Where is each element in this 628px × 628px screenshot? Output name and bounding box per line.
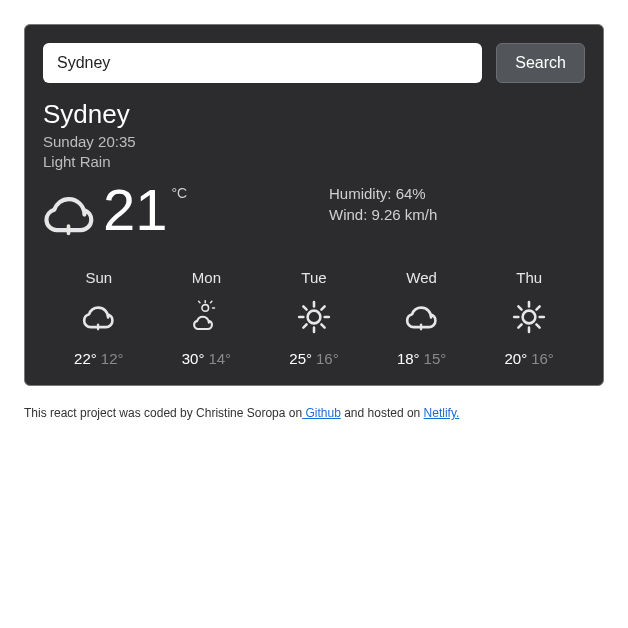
forecast-row: Sun 22°12° Mon 30°14° Tue 25°16° Wed 18°… bbox=[43, 269, 585, 367]
partly-sunny-icon bbox=[153, 300, 261, 334]
humidity-label: Humidity: 64% bbox=[329, 183, 585, 204]
temp-low: 16° bbox=[531, 350, 554, 367]
day-label: Thu bbox=[475, 269, 583, 286]
city-name: Sydney bbox=[43, 99, 585, 130]
search-button[interactable]: Search bbox=[496, 43, 585, 83]
current-datetime: Sunday 20:35 bbox=[43, 132, 585, 152]
footer-text: and hosted on bbox=[341, 406, 424, 420]
day-label: Wed bbox=[368, 269, 476, 286]
temp-high: 30° bbox=[182, 350, 205, 367]
search-row: Search bbox=[43, 43, 585, 83]
temp-high: 18° bbox=[397, 350, 420, 367]
day-label: Mon bbox=[153, 269, 261, 286]
temp-high: 20° bbox=[504, 350, 527, 367]
sun-icon bbox=[260, 300, 368, 334]
weather-card: Search Sydney Sunday 20:35 Light Rain 21… bbox=[24, 24, 604, 386]
temp-low: 15° bbox=[424, 350, 447, 367]
footer-text: This react project was coded by Christin… bbox=[24, 406, 302, 420]
temp-high: 25° bbox=[289, 350, 312, 367]
day-label: Sun bbox=[45, 269, 153, 286]
forecast-day: Tue 25°16° bbox=[260, 269, 368, 367]
footer-credit: This react project was coded by Christin… bbox=[24, 406, 604, 420]
cloud-icon bbox=[368, 300, 476, 334]
day-label: Tue bbox=[260, 269, 368, 286]
search-input[interactable] bbox=[43, 43, 482, 83]
cloud-icon bbox=[45, 300, 153, 334]
current-temperature: 21 bbox=[103, 181, 168, 239]
sun-icon bbox=[475, 300, 583, 334]
netlify-link[interactable]: Netlify. bbox=[424, 406, 460, 420]
temperature-unit: °C bbox=[172, 185, 188, 201]
temp-high: 22° bbox=[74, 350, 97, 367]
forecast-day: Wed 18°15° bbox=[368, 269, 476, 367]
cloud-icon bbox=[43, 187, 97, 241]
temp-low: 12° bbox=[101, 350, 124, 367]
temp-low: 14° bbox=[208, 350, 231, 367]
forecast-day: Mon 30°14° bbox=[153, 269, 261, 367]
forecast-day: Thu 20°16° bbox=[475, 269, 583, 367]
forecast-day: Sun 22°12° bbox=[45, 269, 153, 367]
github-link[interactable]: Github bbox=[302, 406, 341, 420]
temp-low: 16° bbox=[316, 350, 339, 367]
current-condition: Light Rain bbox=[43, 152, 585, 172]
current-block: Sydney Sunday 20:35 Light Rain 21 °C Hum… bbox=[43, 99, 585, 241]
wind-label: Wind: 9.26 km/h bbox=[329, 204, 585, 225]
